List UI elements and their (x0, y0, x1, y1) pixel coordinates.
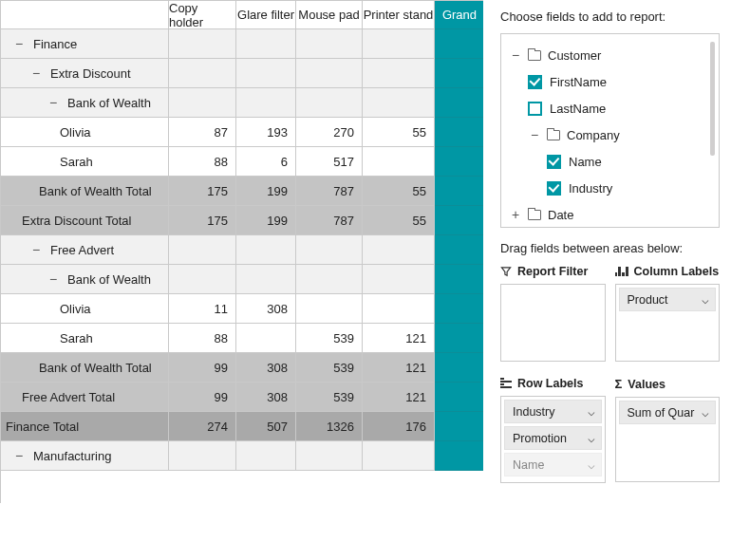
drag-areas-title: Drag fields between areas below: (500, 241, 720, 255)
pivot-cell (363, 147, 435, 177)
pivot-row-group[interactable]: −Bank of Wealth (1, 88, 483, 118)
pivot-row-group[interactable]: −Extra Discount (1, 59, 483, 88)
col-header[interactable]: Printer stand (363, 1, 435, 29)
field-chip-industry[interactable]: Industry ⌵ (504, 400, 602, 423)
area-report-filter[interactable] (500, 284, 606, 362)
pivot-row-header[interactable]: −Bank of Wealth (1, 88, 169, 118)
checkbox-checked[interactable] (547, 155, 561, 169)
pivot-cell: 274 (169, 412, 236, 441)
pivot-cell: 1326 (296, 412, 363, 441)
chevron-down-icon[interactable]: ⌵ (702, 292, 709, 307)
tree-label: Date (548, 208, 573, 222)
pivot-cell: 121 (363, 383, 435, 412)
pivot-cell: 175 (169, 177, 236, 206)
chevron-down-icon[interactable]: ⌵ (702, 405, 709, 420)
pivot-row-header: Sarah (1, 324, 169, 353)
pivot-row-group[interactable]: −Finance (1, 29, 483, 59)
area-values[interactable]: Sum of Quar ⌵ (615, 397, 721, 482)
pivot-cell: 308 (236, 353, 296, 383)
chevron-down-icon[interactable]: ⌵ (588, 404, 595, 419)
pivot-cell: 55 (363, 118, 435, 147)
tree-node-date[interactable]: + Date (509, 201, 713, 228)
pivot-cell (435, 412, 483, 441)
collapse-icon[interactable]: − (12, 37, 26, 50)
collapse-icon[interactable]: − (29, 243, 43, 256)
tree-node-company[interactable]: − Company (509, 121, 713, 148)
pivot-cell: 199 (236, 206, 296, 235)
sigma-icon: Σ (615, 377, 623, 391)
pivot-cell: 787 (296, 206, 363, 235)
field-chip-sum-of-quar[interactable]: Sum of Quar ⌵ (619, 401, 717, 424)
pivot-row-group[interactable]: −Manufacturing (1, 441, 483, 471)
pivot-row-data: Olivia11308 (1, 294, 483, 324)
tree-node-name[interactable]: Name (509, 148, 713, 175)
tree-label: Company (567, 128, 620, 142)
chevron-down-icon[interactable]: ⌵ (588, 431, 595, 445)
pivot-row-header: Finance Total (1, 412, 169, 441)
pivot-cell (296, 88, 363, 118)
pivot-cell: 175 (169, 206, 236, 235)
pivot-cell (296, 294, 363, 324)
area-row-labels[interactable]: Industry ⌵ Promotion ⌵ Name ⌵ (500, 396, 606, 483)
pivot-row-group[interactable]: −Bank of Wealth (1, 265, 483, 294)
pivot-row-header[interactable]: −Free Advert (1, 235, 169, 265)
chevron-down-icon[interactable]: ⌵ (588, 457, 595, 472)
col-header[interactable]: Mouse pad (296, 1, 363, 29)
pivot-cell (363, 235, 435, 265)
collapse-icon[interactable]: − (12, 449, 26, 462)
checkbox-checked[interactable] (528, 75, 542, 89)
collapse-icon[interactable]: − (528, 127, 541, 142)
collapse-icon[interactable]: − (47, 96, 60, 109)
pivot-cell (236, 324, 296, 353)
pivot-row-header[interactable]: −Finance (1, 29, 169, 59)
pivot-cell: 88 (169, 147, 236, 177)
checkbox-checked[interactable] (547, 181, 561, 196)
tree-node-lastname[interactable]: LastName (509, 95, 713, 121)
field-chip-name[interactable]: Name ⌵ (504, 453, 602, 476)
pivot-cell (363, 88, 435, 118)
pivot-row-header[interactable]: −Extra Discount (1, 59, 169, 88)
tree-node-industry[interactable]: Industry (509, 175, 713, 201)
collapse-icon[interactable]: − (29, 66, 43, 80)
area-header-rows: Row Labels (500, 377, 606, 390)
pivot-cell (296, 29, 363, 59)
area-column-labels[interactable]: Product ⌵ (615, 284, 721, 362)
pivot-cell: 121 (363, 324, 435, 353)
field-tree[interactable]: − Customer FirstName LastName − Company … (500, 33, 720, 228)
pivot-cell (236, 88, 296, 118)
field-chip-product[interactable]: Product ⌵ (619, 288, 717, 311)
pivot-cell: 539 (296, 324, 363, 353)
field-chip-promotion[interactable]: Promotion ⌵ (504, 426, 602, 450)
pivot-cell (296, 59, 363, 88)
pivot-field-panel: Choose fields to add to report: − Custom… (483, 0, 731, 560)
pivot-column-headers: Copy holder Glare filter Mouse pad Print… (1, 1, 483, 29)
tree-node-firstname[interactable]: FirstName (509, 68, 713, 95)
collapse-icon[interactable]: − (509, 47, 522, 63)
tree-node-customer[interactable]: − Customer (509, 42, 713, 68)
pivot-row-header: Olivia (1, 118, 169, 147)
pivot-grid: Copy holder Glare filter Mouse pad Print… (0, 0, 483, 503)
pivot-cell: 11 (169, 294, 236, 324)
pivot-row-header[interactable]: −Manufacturing (1, 441, 169, 471)
checkbox-unchecked[interactable] (528, 102, 542, 116)
folder-icon (528, 210, 541, 220)
row-label: Free Advert Total (22, 390, 115, 404)
pivot-cell (363, 265, 435, 294)
collapse-icon[interactable]: − (47, 272, 60, 286)
row-label: Free Advert (50, 243, 114, 257)
row-labels-icon (500, 378, 512, 389)
pivot-cell: 539 (296, 383, 363, 412)
col-header[interactable]: Copy holder (169, 1, 236, 29)
pivot-row-group[interactable]: −Free Advert (1, 235, 483, 265)
col-header-grand-total[interactable]: Grand (435, 1, 483, 29)
pivot-cell (435, 441, 483, 471)
col-header[interactable]: Glare filter (236, 1, 296, 29)
pivot-cell (236, 59, 296, 88)
expand-icon[interactable]: + (509, 207, 522, 222)
pivot-cell: 6 (236, 147, 296, 177)
pivot-cell (435, 383, 483, 412)
pivot-cell: 787 (296, 177, 363, 206)
pivot-cell (169, 29, 236, 59)
pivot-row-header[interactable]: −Bank of Wealth (1, 265, 169, 294)
row-label: Olivia (60, 125, 91, 140)
